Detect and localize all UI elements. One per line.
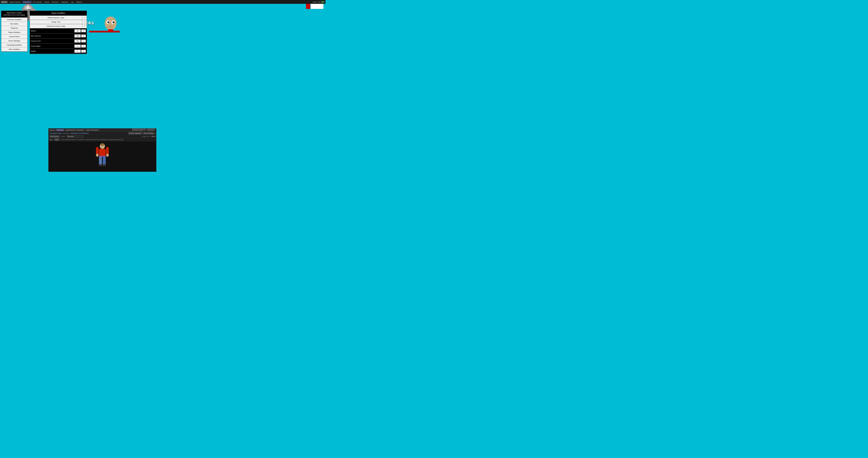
jump-height-input[interactable] <box>74 45 81 48</box>
speed-help[interactable]: ? <box>81 29 86 32</box>
svg-point-41 <box>106 154 109 157</box>
unlocked-camera-help[interactable]: ? <box>82 24 87 28</box>
speed-row: Speed: ? <box>30 28 87 33</box>
baldi-head-right <box>104 16 118 32</box>
svg-rect-5 <box>27 5 29 7</box>
save-format-button[interactable]: PNG <box>54 139 59 141</box>
svg-rect-8 <box>22 7 24 9</box>
gameplay-modifiers-button[interactable]: Gameplay Modifiers <box>1 43 27 47</box>
time-display: Time: 0.00 <box>313 1 321 3</box>
mod-menu-panel: Baldi Basics Classic Mod Menu v2.0.2 by … <box>1 10 28 52</box>
svg-point-32 <box>108 21 110 22</box>
svg-point-46 <box>102 164 106 166</box>
jump-height-help[interactable]: ? <box>81 45 86 48</box>
svg-rect-10 <box>25 7 27 9</box>
teleporter-button[interactable]: Teleporter <box>1 26 27 30</box>
camera-fov-help[interactable]: ? <box>81 40 86 42</box>
noclip-toggle[interactable]: Noclip: True <box>30 20 82 24</box>
fps-display: F7 <box>321 1 324 3</box>
svg-rect-13 <box>31 7 32 9</box>
tab-log[interactable]: Log <box>70 1 74 3</box>
type-row: UnityEngine.Sprite Assembly: UnityEngine… <box>49 132 156 135</box>
action-buttons: Copy to Clipboard View in dnSpy... <box>128 132 155 135</box>
inspector-panel: Inspector filename2 SpriteRenderer: "fil… <box>48 128 156 172</box>
white-indicator-box <box>311 4 323 9</box>
assembly-value: UnityEngine.CoreModule.dll <box>70 133 89 134</box>
mod-menu-title: Baldi Basics Classic Mod Menu v2.0.2 by … <box>1 11 27 18</box>
svg-point-36 <box>100 143 104 146</box>
tab-inspector[interactable]: Inspector <box>23 1 32 3</box>
infinite-stamina-toggle[interactable]: Infinite Stamina: False <box>30 16 82 20</box>
panel-title: Player Modifiers <box>30 11 87 16</box>
svg-rect-0 <box>25 4 27 5</box>
height-row: Height: ? <box>30 49 87 54</box>
tab-freecam[interactable]: Freecam <box>51 1 60 3</box>
scene-manager-button[interactable]: Scene Manager <box>1 39 27 43</box>
top-right-ui <box>306 4 323 9</box>
svg-point-45 <box>98 164 102 166</box>
noclip-help[interactable]: ? <box>82 20 87 24</box>
tab-csharp-console[interactable]: C# Console <box>32 1 43 3</box>
svg-rect-37 <box>99 149 106 156</box>
height-label: Height: <box>31 50 74 52</box>
inspector-title-label: Inspector <box>50 130 56 131</box>
health-bar <box>89 31 120 32</box>
assembly-label: Assembly: <box>63 133 69 134</box>
name-input[interactable] <box>67 135 84 138</box>
svg-rect-4 <box>25 5 27 7</box>
item-editor-button[interactable]: Item Editor <box>1 22 27 26</box>
speed-input[interactable] <box>74 29 81 32</box>
inspector-tab-spriterenderer[interactable]: SpriteRenderer: "filename2" <box>65 129 85 131</box>
save-row: Save: PNG D:\Games\Baldi's Basics Plus M… <box>49 138 156 141</box>
instance-key: Instance ID: <box>142 136 150 137</box>
svg-rect-43 <box>103 156 106 165</box>
svg-rect-12 <box>29 7 31 9</box>
camera-fov-input[interactable] <box>74 39 81 42</box>
camera-fov-label: Camera FOV: <box>31 40 74 42</box>
unlocked-camera-toggle[interactable]: Unlocked Camera: False <box>30 24 82 28</box>
red-indicator-box <box>306 4 310 9</box>
height-help[interactable]: ? <box>81 50 86 53</box>
unlocked-camera-row: Unlocked Camera: False ? <box>30 24 87 28</box>
speed-label: Speed: <box>31 30 74 32</box>
tab-hooks[interactable]: Hooks <box>43 1 50 3</box>
tab-object-explorer[interactable]: Object Explorer <box>8 1 22 3</box>
copy-clipboard-button[interactable]: Copy to Clipboard <box>128 132 142 135</box>
camera-menu-button[interactable]: Camera Menu <box>1 34 27 39</box>
svg-rect-6 <box>29 5 31 7</box>
mouse-inspect-button[interactable]: Mouse Inspect ▼ <box>132 129 146 132</box>
save-path: D:\Games\Baldi's Basics Plus Melon Loade… <box>60 139 123 140</box>
noclip-row: Noclip: True ? <box>30 20 87 24</box>
inspector-tab-filename2[interactable]: filename2 <box>56 129 64 131</box>
character-preview <box>94 143 111 170</box>
camera-fov-row: Camera FOV: ? <box>30 38 87 44</box>
tab-options[interactable]: Options <box>75 1 83 3</box>
svg-rect-3 <box>24 5 25 7</box>
tab-clipboard[interactable]: Clipboard <box>60 1 69 3</box>
player-modifiers-button[interactable]: Player Modifiers <box>1 30 27 34</box>
height-input[interactable] <box>74 50 81 53</box>
svg-point-30 <box>107 21 110 23</box>
class-path: UnityEngine.Sprite <box>50 133 62 134</box>
max-stamina-help[interactable]: ? <box>81 34 86 37</box>
inspector-tab-sprite[interactable]: Sprite: "filename2" <box>86 129 100 131</box>
infinite-stamina-help[interactable]: ? <box>82 16 87 20</box>
other-modifiers-button[interactable]: Other Modifiers <box>1 47 27 52</box>
top-toolbar: UE 4.0 Object Explorer Inspector C# Cons… <box>0 0 326 4</box>
max-stamina-input[interactable] <box>74 34 81 37</box>
player-modifiers-panel: Player Modifiers Infinite Stamina: False… <box>30 10 87 54</box>
jump-height-label: Jump Height: <box>31 45 74 47</box>
max-stamina-label: Max Stamina: <box>31 35 74 37</box>
close-all-button[interactable]: Close All <box>147 129 155 132</box>
hide-texture-button[interactable]: Hide Texture <box>50 135 60 138</box>
fields-row: Hide Texture Name: Instance ID: 96596 <box>49 135 156 138</box>
save-label: Save: <box>50 139 53 140</box>
svg-rect-34 <box>108 29 113 31</box>
name-key: Name: <box>61 136 65 137</box>
char-modifiers-button[interactable]: Character Modifiers <box>1 18 27 22</box>
infinite-stamina-row: Infinite Stamina: False ? <box>30 16 87 20</box>
svg-point-33 <box>114 21 115 22</box>
view-dnspy-button[interactable]: View in dnSpy... <box>143 132 155 135</box>
jump-height-row: Jump Height: ? <box>30 44 87 49</box>
ue-badge: UE 4.0 <box>1 1 8 3</box>
